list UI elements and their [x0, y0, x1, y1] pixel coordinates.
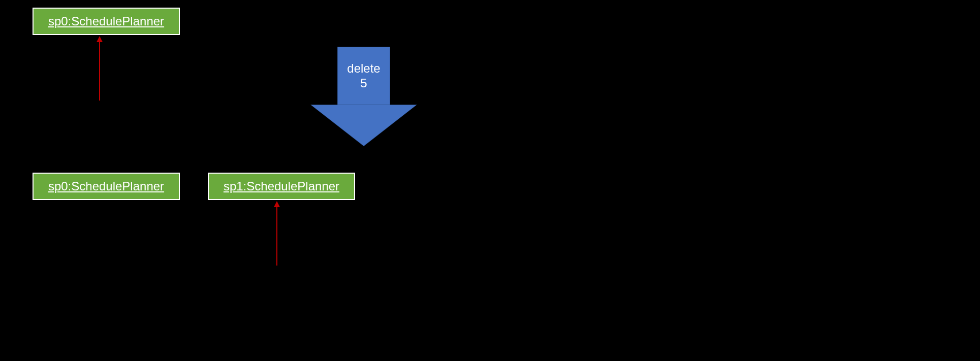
arrow-label-line2: 5	[360, 76, 367, 91]
transition-arrow: delete 5	[311, 47, 417, 146]
object-sp1-bottom-label: sp1:SchedulePlanner	[224, 179, 339, 193]
object-sp0-bottom-label: sp0:SchedulePlanner	[48, 179, 164, 193]
object-sp1-bottom: sp1:SchedulePlanner	[208, 173, 355, 200]
arrow-label-line1: delete	[347, 61, 380, 76]
diagram-canvas: sp0:SchedulePlanner delete 5 sp0:Schedul…	[0, 0, 980, 361]
object-sp0-top: sp0:SchedulePlanner	[33, 8, 180, 35]
object-sp0-bottom: sp0:SchedulePlanner	[33, 173, 180, 200]
object-sp0-top-label: sp0:SchedulePlanner	[48, 14, 164, 28]
